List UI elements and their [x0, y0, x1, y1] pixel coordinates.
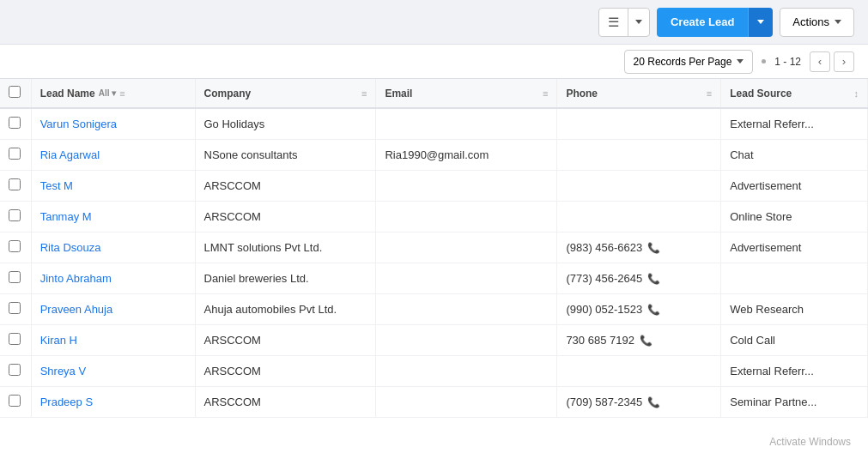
phone-cell: (709) 587-2345📞: [557, 387, 721, 418]
lead-name-link[interactable]: Test M: [40, 179, 73, 192]
lead-name-link[interactable]: Pradeep S: [40, 396, 93, 408]
lead-name-link[interactable]: Tanmay M: [40, 210, 92, 223]
phone-cell: (773) 456-2645📞: [557, 263, 721, 294]
lead-name-link[interactable]: Kiran H: [40, 334, 77, 347]
per-page-select[interactable]: 20 Records Per Page: [624, 50, 754, 74]
create-lead-button[interactable]: Create Lead: [657, 8, 748, 37]
company-cell: Daniel breweries Ltd.: [195, 263, 376, 294]
phone-cell: (983) 456-6623📞: [557, 232, 721, 263]
row-checkbox[interactable]: [9, 117, 21, 129]
list-view-main[interactable]: ☰: [599, 9, 628, 36]
company-cell: NSone consultants: [195, 140, 376, 171]
company-sort-icon[interactable]: ≡: [361, 88, 367, 99]
phone-number: (709) 587-2345: [566, 396, 642, 408]
row-checkbox[interactable]: [9, 178, 21, 190]
chevron-down-icon: [737, 59, 744, 63]
lead-source-cell: Advertisement: [721, 171, 868, 202]
lead-name-link[interactable]: Ria Agarwal: [40, 148, 100, 161]
lead-name-link[interactable]: Varun Sonigera: [40, 118, 117, 130]
phone-sort-icon[interactable]: ≡: [707, 88, 712, 99]
chevron-down-icon: [635, 20, 642, 24]
lead-source-sort-icon[interactable]: ↕: [854, 88, 859, 99]
page-info: 1 - 12: [774, 56, 801, 68]
lead-name-label: Lead Name: [40, 88, 95, 100]
email-column-header: Email ≡: [376, 79, 557, 108]
phone-cell: [557, 171, 721, 202]
table-row: Shreya VARSCCOMExternal Referr...: [0, 356, 868, 387]
row-checkbox[interactable]: [9, 240, 21, 252]
email-cell: [376, 232, 557, 263]
email-cell: [376, 108, 557, 140]
list-view-button[interactable]: ☰: [598, 8, 650, 37]
lead-name-cell: Tanmay M: [31, 202, 195, 232]
lead-source-cell: Chat: [721, 140, 868, 171]
pagination-nav: ‹ ›: [810, 51, 854, 72]
phone-number: (983) 456-6623: [566, 241, 642, 254]
table-row: Rita DsouzaLMNT solutions Pvt Ltd.(983) …: [0, 232, 868, 263]
email-cell: [376, 171, 557, 202]
create-lead-dropdown-button[interactable]: [748, 8, 773, 37]
table-header-row: Lead Name All ▾ ≡ Company ≡ Email ≡: [0, 79, 868, 108]
next-page-button[interactable]: ›: [834, 51, 854, 72]
lead-source-label: Lead Source: [730, 88, 792, 100]
leads-table: Lead Name All ▾ ≡ Company ≡ Email ≡: [0, 79, 868, 418]
company-cell: Ahuja automobiles Pvt Ltd.: [195, 294, 376, 325]
lead-source-cell: Seminar Partne...: [721, 387, 868, 418]
table-row: Ria AgarwalNSone consultantsRia1990@gmai…: [0, 140, 868, 171]
lead-name-cell: Jinto Abraham: [31, 263, 195, 294]
phone-number: (773) 456-2645: [566, 272, 642, 285]
table-row: Kiran HARSCCOM730 685 7192📞Cold Call: [0, 325, 868, 356]
lead-name-link[interactable]: Jinto Abraham: [40, 272, 112, 285]
lead-name-filter[interactable]: All ▾: [99, 88, 117, 98]
list-icon: ☰: [608, 15, 619, 30]
company-cell: ARSCCOM: [195, 387, 376, 418]
pagination-bar: 20 Records Per Page 1 - 12 ‹ ›: [0, 45, 868, 79]
row-checkbox[interactable]: [9, 302, 21, 314]
row-checkbox[interactable]: [9, 395, 21, 407]
row-checkbox[interactable]: [9, 364, 21, 376]
lead-source-cell: Advertisement: [721, 232, 868, 263]
email-cell: [376, 356, 557, 387]
company-label: Company: [204, 88, 252, 100]
company-cell: LMNT solutions Pvt Ltd.: [195, 232, 376, 263]
row-checkbox[interactable]: [9, 333, 21, 345]
lead-name-cell: Test M: [31, 171, 195, 202]
email-cell: [376, 387, 557, 418]
lead-name-link[interactable]: Praveen Ahuja: [40, 303, 113, 316]
lead-source-cell: Online Store: [721, 202, 868, 232]
phone-cell: [557, 356, 721, 387]
select-all-checkbox[interactable]: [9, 86, 21, 98]
company-column-header: Company ≡: [195, 79, 376, 108]
top-bar: ☰ Create Lead Actions: [0, 0, 868, 45]
prev-page-button[interactable]: ‹: [810, 51, 830, 72]
lead-name-cell: Ria Agarwal: [31, 140, 195, 171]
lead-name-cell: Shreya V: [31, 356, 195, 387]
lead-source-cell: Web Research: [721, 294, 868, 325]
email-cell: [376, 325, 557, 356]
phone-cell: 730 685 7192📞: [557, 325, 721, 356]
phone-cell: [557, 202, 721, 232]
table-row: Tanmay MARSCCOMOnline Store: [0, 202, 868, 232]
list-view-arrow[interactable]: [628, 9, 649, 36]
row-checkbox[interactable]: [9, 148, 21, 160]
email-cell: [376, 263, 557, 294]
lead-name-sort-icon[interactable]: ≡: [119, 88, 124, 99]
email-sort-icon[interactable]: ≡: [543, 88, 548, 99]
lead-name-cell: Pradeep S: [31, 387, 195, 418]
phone-column-header: Phone ≡: [557, 79, 721, 108]
email-cell: [376, 202, 557, 232]
table-row: Varun SonigeraGo HolidaysExternal Referr…: [0, 108, 868, 140]
row-checkbox[interactable]: [9, 209, 21, 221]
phone-label: Phone: [566, 88, 598, 100]
lead-name-cell: Rita Dsouza: [31, 232, 195, 263]
per-page-label: 20 Records Per Page: [634, 56, 732, 68]
actions-button[interactable]: Actions: [780, 8, 854, 37]
lead-name-link[interactable]: Shreya V: [40, 365, 86, 377]
lead-name-cell: Varun Sonigera: [31, 108, 195, 140]
lead-name-cell: Praveen Ahuja: [31, 294, 195, 325]
email-cell: [376, 294, 557, 325]
separator-dot: [762, 59, 766, 63]
row-checkbox[interactable]: [9, 271, 21, 283]
lead-name-column-header: Lead Name All ▾ ≡: [31, 79, 195, 108]
lead-name-link[interactable]: Rita Dsouza: [40, 241, 101, 254]
